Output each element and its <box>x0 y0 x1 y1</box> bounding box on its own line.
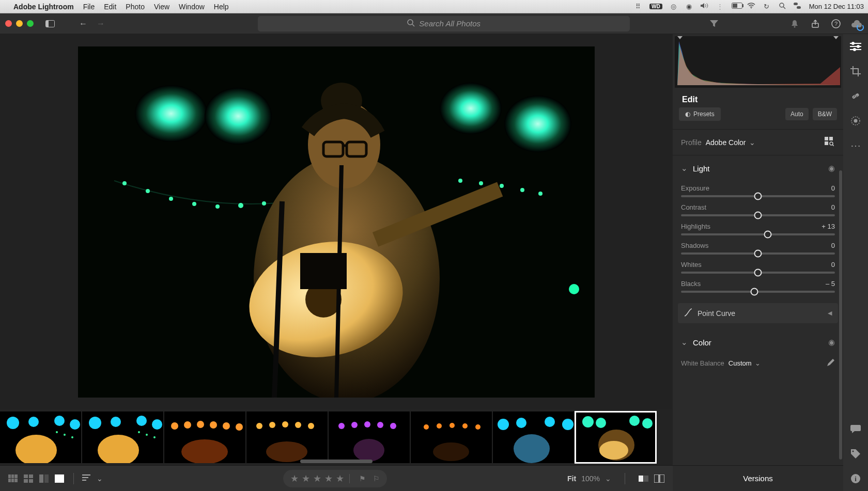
help-icon[interactable]: ? <box>830 18 842 30</box>
visibility-toggle-icon[interactable]: ◉ <box>828 338 835 347</box>
minimize-button[interactable] <box>16 20 23 27</box>
info-icon[interactable]: i <box>848 471 863 486</box>
presets-button[interactable]: ◐Presets <box>679 107 721 121</box>
filmstrip-thumb[interactable] <box>0 411 81 463</box>
versions-button[interactable]: Versions <box>673 465 843 491</box>
status-grammarly-icon[interactable]: ◉ <box>685 3 693 10</box>
zoom-fit-label[interactable]: Fit <box>567 474 576 483</box>
slider-handle[interactable] <box>754 250 762 258</box>
sort-chevron-icon[interactable]: ⌄ <box>97 474 103 483</box>
view-photogrid-icon[interactable] <box>8 474 19 483</box>
filmstrip-scrollbar[interactable] <box>300 460 373 463</box>
shadows-slider[interactable]: Shadows0 <box>681 239 835 258</box>
menu-file[interactable]: File <box>83 3 95 11</box>
chevron-down-icon[interactable]: ⌄ <box>749 138 755 147</box>
status-wifi-icon[interactable] <box>747 3 755 10</box>
view-detail-icon[interactable] <box>55 474 65 483</box>
healing-tool-icon[interactable] <box>848 89 863 103</box>
notifications-icon[interactable] <box>788 18 801 30</box>
profile-row[interactable]: Profile Adobe Color ⌄ <box>673 132 843 153</box>
filmstrip-thumb[interactable] <box>246 411 328 463</box>
wb-value[interactable]: Custom <box>729 359 752 367</box>
star-icon[interactable]: ★ <box>336 473 344 484</box>
close-button[interactable] <box>5 20 12 27</box>
status-bluetooth-icon[interactable]: ⋮ <box>716 3 724 10</box>
svg-rect-111 <box>8 479 11 482</box>
profile-value[interactable]: Adobe Color <box>706 138 746 147</box>
slider-handle[interactable] <box>754 269 762 277</box>
filmstrip-thumb[interactable] <box>329 411 410 463</box>
star-icon[interactable]: ★ <box>313 473 321 484</box>
masking-tool-icon[interactable] <box>848 114 863 128</box>
star-icon[interactable]: ★ <box>302 473 310 484</box>
auto-button[interactable]: Auto <box>785 108 809 120</box>
filter-icon[interactable] <box>708 18 720 30</box>
photo-viewer[interactable] <box>0 34 673 409</box>
status-datetime[interactable]: Mon 12 Dec 11:03 <box>809 3 864 10</box>
view-squaregrid-icon[interactable] <box>24 474 34 483</box>
app-name[interactable]: Adobe Lightroom <box>13 3 74 11</box>
highlights-slider[interactable]: Highlights+ 13 <box>681 219 835 239</box>
svg-point-87 <box>353 439 384 462</box>
sort-icon[interactable] <box>82 474 91 483</box>
filmstrip-thumb[interactable] <box>82 411 163 463</box>
status-cc-icon[interactable]: ◎ <box>670 3 678 10</box>
histogram[interactable] <box>675 36 841 88</box>
status-volume-icon[interactable] <box>701 3 709 10</box>
filmstrip-thumb-selected[interactable] <box>575 411 656 463</box>
filmstrip-thumb[interactable] <box>493 411 574 463</box>
sidebar-toggle-icon[interactable] <box>44 18 56 30</box>
status-wd-badge[interactable]: WD <box>649 4 662 9</box>
slider-handle[interactable] <box>750 288 758 296</box>
keywords-icon[interactable] <box>848 447 863 461</box>
more-tools-icon[interactable]: ⋯ <box>848 138 863 153</box>
filmstrip-thumb[interactable] <box>164 411 245 463</box>
rating-control[interactable]: ★ ★ ★ ★ ★ ⚑ ⚐ <box>283 470 387 487</box>
contrast-slider[interactable]: Contrast0 <box>681 200 835 219</box>
whites-slider[interactable]: Whites0 <box>681 258 835 277</box>
status-spotlight-icon[interactable] <box>778 2 786 11</box>
slider-handle[interactable] <box>764 231 772 239</box>
visibility-toggle-icon[interactable]: ◉ <box>828 164 835 173</box>
before-after-icon[interactable] <box>654 473 664 484</box>
back-button[interactable]: ← <box>77 18 89 30</box>
slider-handle[interactable] <box>754 212 762 219</box>
status-toolbox-icon[interactable]: ⠿ <box>634 3 642 10</box>
light-section-header[interactable]: ⌄ Light ◉ <box>673 157 843 179</box>
blacks-slider[interactable]: Blacks– 5 <box>681 277 835 296</box>
search-input[interactable]: Search All Photos <box>258 16 630 31</box>
show-original-icon[interactable] <box>639 473 649 484</box>
flag-pick-icon[interactable]: ⚑ <box>359 474 366 483</box>
star-icon[interactable]: ★ <box>290 473 299 484</box>
bw-button[interactable]: B&W <box>813 108 837 120</box>
zoom-chevron-icon[interactable]: ⌄ <box>605 474 611 483</box>
share-icon[interactable] <box>809 18 822 30</box>
color-section-header[interactable]: ⌄ Color ◉ <box>673 331 843 353</box>
forward-button[interactable]: → <box>95 18 107 30</box>
menu-edit[interactable]: Edit <box>104 3 116 11</box>
menu-help[interactable]: Help <box>214 3 229 11</box>
menu-photo[interactable]: Photo <box>126 3 145 11</box>
eyedropper-icon[interactable] <box>827 358 835 368</box>
menu-window[interactable]: Window <box>179 3 205 11</box>
edit-tool-icon[interactable] <box>848 39 863 54</box>
star-icon[interactable]: ★ <box>324 473 333 484</box>
maximize-button[interactable] <box>27 20 34 27</box>
cloud-sync-icon[interactable] <box>850 18 863 30</box>
slider-handle[interactable] <box>754 193 762 200</box>
menu-view[interactable]: View <box>154 3 169 11</box>
filmstrip-thumb[interactable] <box>411 411 492 463</box>
exposure-slider[interactable]: Exposure0 <box>681 181 835 200</box>
status-battery-icon[interactable] <box>732 3 740 10</box>
status-control-center-icon[interactable] <box>794 3 802 10</box>
comments-icon[interactable] <box>848 422 863 436</box>
view-compare-icon[interactable] <box>39 474 50 483</box>
status-timemachine-icon[interactable]: ↻ <box>763 3 771 10</box>
white-balance-row[interactable]: White Balance Custom ⌄ <box>673 353 843 373</box>
point-curve-button[interactable]: Point Curve ◀ <box>678 303 838 323</box>
flag-reject-icon[interactable]: ⚐ <box>373 474 380 483</box>
chevron-down-icon[interactable]: ⌄ <box>755 359 761 367</box>
profile-browser-icon[interactable] <box>825 137 835 148</box>
crop-tool-icon[interactable] <box>848 64 863 78</box>
zoom-level[interactable]: 100% <box>581 474 600 483</box>
